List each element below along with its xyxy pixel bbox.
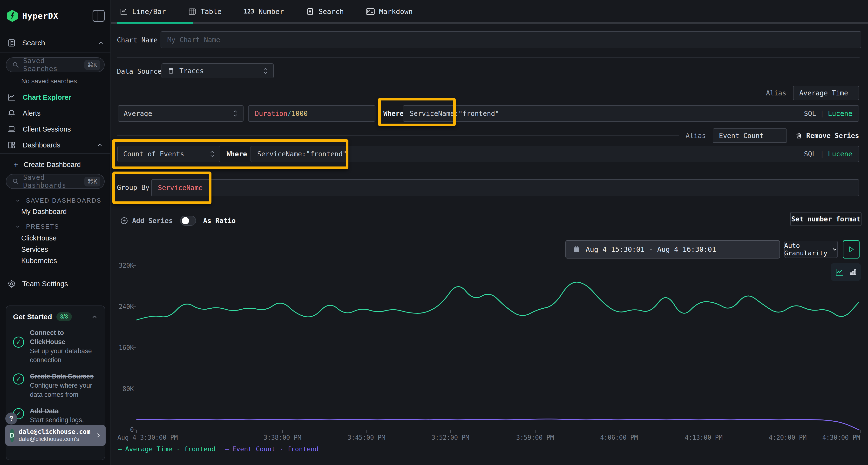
chart-legend: —Average Time · frontend—Event Count · f… <box>118 445 318 453</box>
x-axis-tick-label: 4:13:00 PM <box>685 434 723 441</box>
saved-searches-input[interactable]: Saved Searches ⌘K <box>6 57 105 72</box>
series-line-1 <box>137 419 859 430</box>
calendar-icon <box>572 245 580 253</box>
saved-dashboards-input[interactable]: Saved Dashboards ⌘K <box>6 174 105 189</box>
y-axis-tick-label: 320K <box>119 262 134 269</box>
data-source-select[interactable]: Traces <box>161 63 274 78</box>
legend-label: Average Time · frontend <box>125 445 215 453</box>
sql-option[interactable]: SQL <box>804 110 816 118</box>
sidebar-item-my-dashboard[interactable]: My Dashboard <box>21 208 67 215</box>
tab-search[interactable]: Search <box>306 7 344 16</box>
tab-number[interactable]: 123 Number <box>244 7 284 16</box>
remove-series-button[interactable]: Remove Series <box>795 132 859 140</box>
dashboard-grid-icon <box>7 141 16 150</box>
lucene-option[interactable]: Lucene <box>828 150 852 158</box>
x-axis-tick <box>860 430 861 433</box>
series-line-0 <box>137 282 859 320</box>
sql-option[interactable]: SQL <box>804 150 816 158</box>
app-title: HyperDX <box>22 11 58 21</box>
sidebar-section-search[interactable]: Search <box>7 38 104 47</box>
sidebar: HyperDX Search Saved Searches ⌘K No save… <box>0 0 111 465</box>
legend-item-0[interactable]: —Average Time · frontend <box>118 445 215 453</box>
x-axis-tick-label: 3:45:00 PM <box>347 434 385 441</box>
number-123-icon: 123 <box>244 8 254 15</box>
saved-dashboards-section-header[interactable]: SAVED DASHBOARDS <box>15 197 101 204</box>
set-number-format-button[interactable]: Set number format <box>790 212 862 226</box>
chevron-down-icon <box>15 224 21 230</box>
series1-alias-input[interactable]: Average Time <box>793 86 859 100</box>
sidebar-item-label: Alerts <box>23 109 40 117</box>
alias-label: Alias <box>766 89 786 97</box>
chart-name-input[interactable]: My Chart Name <box>161 31 861 48</box>
trash-icon <box>795 132 802 139</box>
query-language-toggle[interactable]: SQL | Lucene <box>804 150 852 158</box>
chart-canvas <box>136 261 860 430</box>
check-circle-icon: ✓ <box>13 337 24 348</box>
bell-icon <box>7 109 16 118</box>
markdown-icon <box>366 8 375 15</box>
add-series-button[interactable]: Add Series <box>120 217 173 225</box>
series2-where-input[interactable]: ServiceName:"frontend" SQL | Lucene <box>250 146 859 162</box>
x-axis-tick-label: Aug 4 3:30:00 PM <box>117 434 178 441</box>
get-started-item-sources[interactable]: ✓ Create Data Sources Configure where yo… <box>13 372 98 399</box>
sidebar-item-kubernetes[interactable]: Kubernetes <box>21 257 57 265</box>
line-chart-icon <box>120 7 128 16</box>
chart-type-tabbar: Line/Bar Table 123 Number Search Markdow… <box>111 0 868 23</box>
series2-aggregation-select[interactable]: Count of Events <box>117 146 220 162</box>
query-language-toggle[interactable]: SQL | Lucene <box>804 110 852 118</box>
chevron-up-icon[interactable] <box>97 39 104 46</box>
saved-dashboards-placeholder: Saved Dashboards <box>23 173 81 189</box>
sidebar-item-alerts[interactable]: Alerts <box>0 105 111 121</box>
series1-alias-row: Alias Average Time <box>117 86 859 100</box>
divider <box>117 205 860 205</box>
avatar: D <box>10 429 14 442</box>
create-dashboard-button[interactable]: + Create Dashboard <box>13 160 81 169</box>
sidebar-item-team-settings[interactable]: Team Settings <box>7 279 104 288</box>
lucene-option[interactable]: Lucene <box>828 110 852 118</box>
create-dashboard-label: Create Dashboard <box>24 161 81 169</box>
chevron-up-icon[interactable] <box>91 313 98 320</box>
sidebar-item-clickhouse[interactable]: ClickHouse <box>21 234 57 242</box>
sidebar-collapse-icon[interactable] <box>93 10 105 22</box>
user-menu[interactable]: D dale@clickhouse.com dale@clickhouse.co… <box>5 425 105 446</box>
sidebar-item-chart-explorer[interactable]: Chart Explorer <box>0 90 111 105</box>
sidebar-item-client-sessions[interactable]: Client Sessions <box>0 122 111 137</box>
presets-section-header[interactable]: PRESETS <box>15 223 59 230</box>
as-ratio-toggle[interactable] <box>180 215 196 226</box>
group-by-input[interactable]: ServiceName <box>151 179 859 196</box>
no-saved-searches-note: No saved searches <box>21 77 77 85</box>
select-chevrons-icon <box>233 110 238 117</box>
series1-field-input[interactable]: Duration/1000 <box>248 105 375 122</box>
tab-markdown[interactable]: Markdown <box>366 7 413 16</box>
help-button[interactable]: ? <box>5 412 18 425</box>
chart-name-label: Chart Name <box>117 36 158 44</box>
series1-where-input[interactable]: ServiceName:"frontend" SQL | Lucene <box>403 105 859 122</box>
series1-where-label: Where <box>383 110 404 118</box>
time-series-chart[interactable]: 080K160K240K320KAug 4 3:30:00 PM3:38:00 … <box>136 261 860 430</box>
user-subtitle: dale@clickhouse.com's <box>19 436 90 442</box>
tab-line-bar[interactable]: Line/Bar <box>120 7 166 16</box>
y-axis-tick <box>133 430 136 430</box>
tab-underline-active <box>117 22 193 24</box>
group-by-label: Group By <box>117 184 150 192</box>
user-email: dale@clickhouse.com <box>19 428 90 436</box>
tab-table[interactable]: Table <box>188 7 222 16</box>
alias-label: Alias <box>686 132 706 140</box>
sidebar-item-label: Client Sessions <box>23 125 71 133</box>
date-range-input[interactable]: Aug 4 15:30:01 - Aug 4 16:30:01 <box>565 240 780 259</box>
get-started-item-connect[interactable]: ✓ Connect to ClickHouse Set up your data… <box>13 328 98 365</box>
sidebar-item-services[interactable]: Services <box>21 245 48 254</box>
x-axis-tick <box>704 430 704 433</box>
toggle-knob <box>182 217 189 224</box>
shortcut-badge: ⌘K <box>84 60 100 70</box>
chevron-up-icon[interactable] <box>96 142 103 148</box>
series2-alias-input[interactable]: Event Count <box>713 128 787 143</box>
gear-icon <box>7 279 16 288</box>
y-axis-tick <box>133 306 136 307</box>
sidebar-item-dashboards[interactable]: Dashboards <box>0 137 111 153</box>
legend-item-1[interactable]: —Event Count · frontend <box>225 445 318 453</box>
run-query-button[interactable] <box>843 240 860 259</box>
search-panel-icon <box>7 38 16 47</box>
granularity-select[interactable]: Auto Granularity <box>784 241 838 258</box>
series1-aggregation-select[interactable]: Average <box>118 105 244 122</box>
